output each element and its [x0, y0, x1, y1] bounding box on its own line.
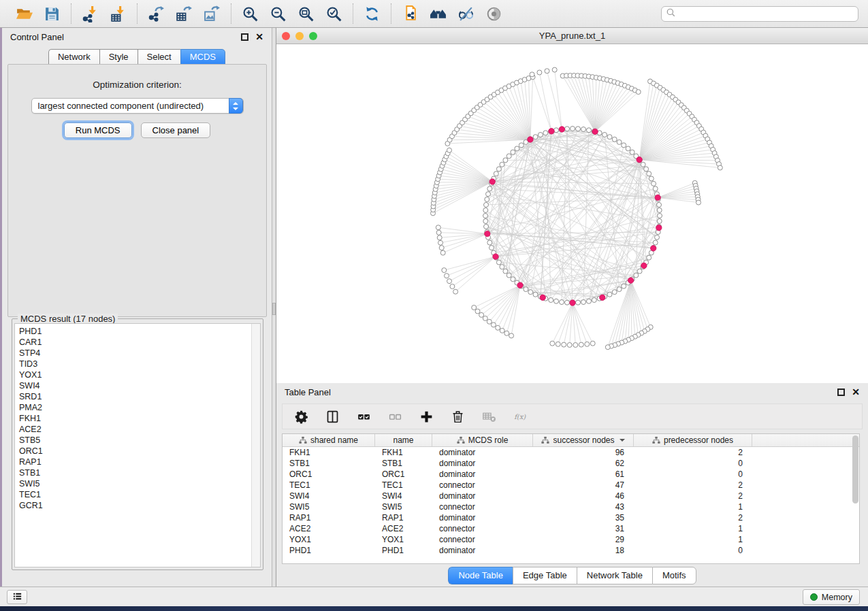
control-panel-tabs: NetworkStyleSelectMCDS: [2, 49, 272, 65]
table-row[interactable]: FKH1FKH1dominator962: [283, 447, 859, 458]
zoom-fit-icon[interactable]: [297, 5, 315, 23]
save-icon[interactable]: [43, 5, 61, 23]
cell: connector: [432, 524, 533, 533]
mcds-node-item[interactable]: GCR1: [19, 500, 260, 511]
search-box[interactable]: [661, 6, 858, 22]
cell: 2: [634, 513, 752, 523]
mcds-node-item[interactable]: TEC1: [19, 489, 260, 500]
float-panel-icon[interactable]: [241, 33, 248, 41]
zoom-selected-icon[interactable]: [325, 5, 343, 23]
memory-button[interactable]: Memory: [803, 589, 860, 605]
close-panel-icon[interactable]: ✕: [255, 33, 263, 41]
mcds-tab-content: Optimization criterion: largest connecte…: [7, 64, 267, 317]
open-folder-icon[interactable]: [15, 5, 33, 23]
share-document-icon[interactable]: [401, 5, 419, 23]
network-window-titlebar[interactable]: YPA_prune.txt_1: [276, 28, 868, 44]
mcds-node-item[interactable]: STB1: [19, 467, 260, 478]
select-all-icon[interactable]: [355, 408, 372, 425]
import-network-icon[interactable]: [81, 5, 99, 23]
mcds-node-item[interactable]: SWI5: [19, 478, 260, 489]
mcds-node-item[interactable]: STP4: [19, 348, 260, 359]
window-minimize-icon[interactable]: [295, 32, 304, 40]
tab-node-table[interactable]: Node Table: [448, 567, 513, 584]
mcds-node-item[interactable]: ORC1: [19, 446, 260, 457]
window-close-icon[interactable]: [282, 32, 290, 40]
gear-icon[interactable]: [292, 408, 310, 425]
table-row[interactable]: PHD1PHD1dominator180: [283, 545, 859, 556]
tab-network-table[interactable]: Network Table: [577, 567, 652, 584]
refresh-icon[interactable]: [363, 5, 381, 23]
column-header-predecessor-nodes[interactable]: predecessor nodes: [634, 434, 752, 446]
table-scrollbar[interactable]: [852, 435, 858, 503]
column-header-shared-name[interactable]: shared name: [283, 434, 375, 446]
add-icon[interactable]: [417, 408, 435, 425]
run-mcds-button[interactable]: Run MCDS: [64, 122, 132, 138]
table-row[interactable]: STB1STB1dominator620: [283, 458, 859, 469]
table-close-icon[interactable]: ✕: [852, 389, 860, 396]
mcds-node-item[interactable]: SRD1: [19, 391, 260, 402]
table-row[interactable]: RAP1RAP1dominator352: [283, 512, 859, 523]
window-maximize-icon[interactable]: [309, 32, 317, 40]
network-canvas[interactable]: [276, 44, 868, 383]
tab-motifs[interactable]: Motifs: [652, 567, 696, 584]
export-network-icon[interactable]: [147, 5, 165, 23]
mcds-node-item[interactable]: PHD1: [19, 326, 260, 337]
tab-edge-table[interactable]: Edge Table: [513, 567, 577, 584]
export-table-icon[interactable]: [175, 5, 193, 23]
select-stepper-icon: [229, 98, 243, 114]
hierarchy-icon: [457, 436, 465, 444]
binoculars-icon[interactable]: [429, 5, 447, 23]
mcds-node-item[interactable]: PMA2: [19, 402, 260, 413]
column-header-successor-nodes[interactable]: successor nodes: [533, 434, 634, 446]
table-row[interactable]: ORC1ORC1dominator610: [283, 469, 859, 480]
import-table-icon[interactable]: [109, 5, 127, 23]
show-eye-icon[interactable]: [485, 5, 503, 23]
splitter-grip[interactable]: [272, 303, 276, 315]
table-row[interactable]: ACE2ACE2connector311: [283, 523, 859, 534]
cell: dominator: [432, 448, 533, 457]
mcds-node-item[interactable]: STB5: [19, 435, 260, 446]
mcds-node-item[interactable]: TID3: [19, 359, 260, 369]
cell: 43: [533, 502, 634, 512]
close-panel-button[interactable]: Close panel: [141, 122, 211, 138]
mcds-node-item[interactable]: CAR1: [19, 337, 260, 348]
trash-icon[interactable]: [449, 408, 466, 425]
columns-icon[interactable]: [323, 408, 341, 425]
tab-network[interactable]: Network: [48, 49, 99, 65]
hide-glasses-icon[interactable]: [457, 5, 475, 23]
cell: 62: [533, 459, 634, 468]
zoom-out-icon[interactable]: [269, 5, 287, 23]
table-float-icon[interactable]: [837, 389, 845, 396]
cell: 18: [533, 546, 634, 555]
network-graph[interactable]: [276, 44, 868, 383]
cell: ACE2: [375, 524, 432, 533]
column-header-name[interactable]: name: [375, 434, 432, 446]
svg-text:f(x): f(x): [514, 413, 526, 420]
tab-select[interactable]: Select: [138, 49, 180, 65]
mcds-node-item[interactable]: YOX1: [19, 369, 260, 380]
cell: connector: [432, 480, 533, 490]
table-row[interactable]: TEC1TEC1connector472: [283, 480, 859, 491]
mcds-result-list[interactable]: PHD1CAR1STP4TID3YOX1SWI4SRD1PMA2FKH1ACE2…: [14, 323, 261, 567]
deselect-all-icon[interactable]: [386, 408, 404, 425]
show-panels-button[interactable]: [7, 590, 27, 604]
mcds-node-item[interactable]: FKH1: [19, 413, 260, 424]
mcds-list-scrollbar[interactable]: [251, 324, 260, 567]
tab-style[interactable]: Style: [99, 49, 138, 65]
table-row[interactable]: SWI4SWI4dominator462: [283, 491, 859, 501]
export-image-icon[interactable]: [203, 5, 221, 23]
criterion-select[interactable]: largest connected component (undirected): [31, 98, 244, 114]
zoom-in-icon[interactable]: [241, 5, 259, 23]
mcds-node-item[interactable]: SWI4: [19, 380, 260, 391]
cell: 2: [634, 491, 752, 501]
table-row[interactable]: YOX1YOX1connector291: [283, 534, 859, 545]
mcds-node-item[interactable]: ACE2: [19, 424, 260, 435]
cell: dominator: [432, 491, 533, 501]
tab-mcds[interactable]: MCDS: [180, 49, 225, 65]
search-input[interactable]: [679, 9, 854, 18]
table-row[interactable]: SWI5SWI5connector431: [283, 501, 859, 512]
cell: 46: [533, 491, 634, 501]
mcds-node-item[interactable]: RAP1: [19, 457, 260, 467]
column-header-MCDS-role[interactable]: MCDS role: [432, 434, 533, 446]
column-label: shared name: [310, 435, 358, 445]
